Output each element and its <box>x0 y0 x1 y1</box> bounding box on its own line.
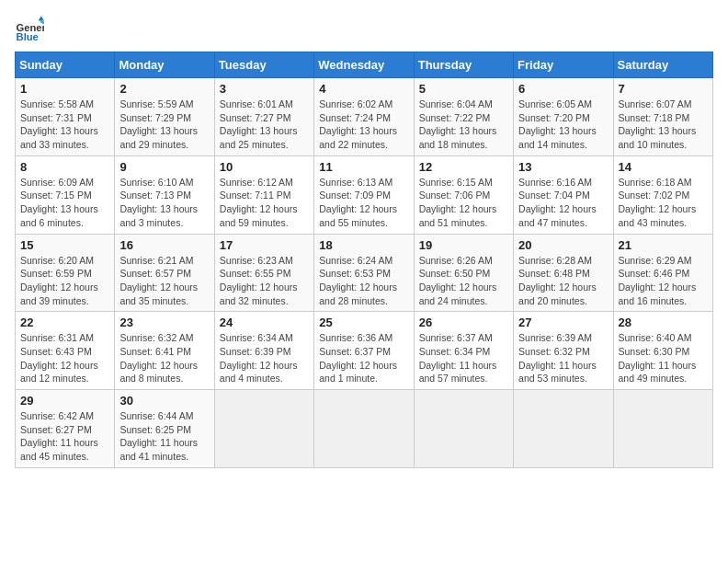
weekday-header-monday: Monday <box>115 52 214 78</box>
day-info: Sunrise: 6:18 AM Sunset: 7:02 PM Dayligh… <box>619 176 708 230</box>
day-info: Sunrise: 6:23 AM Sunset: 6:55 PM Dayligh… <box>220 254 309 308</box>
day-info: Sunrise: 6:16 AM Sunset: 7:04 PM Dayligh… <box>518 176 608 230</box>
day-number: 4 <box>319 82 408 96</box>
calendar-cell: 18Sunrise: 6:24 AM Sunset: 6:53 PM Dayli… <box>314 234 414 312</box>
svg-text:Blue: Blue <box>17 31 39 42</box>
day-number: 11 <box>319 160 408 174</box>
page-header: General Blue <box>15 15 713 44</box>
day-number: 21 <box>619 238 708 252</box>
day-info: Sunrise: 6:15 AM Sunset: 7:06 PM Dayligh… <box>419 176 508 230</box>
weekday-header-tuesday: Tuesday <box>214 52 313 78</box>
calendar-week-1: 1Sunrise: 5:58 AM Sunset: 7:31 PM Daylig… <box>16 78 713 156</box>
calendar-cell: 13Sunrise: 6:16 AM Sunset: 7:04 PM Dayli… <box>514 155 613 234</box>
day-number: 16 <box>119 238 209 252</box>
day-number: 18 <box>319 238 408 252</box>
day-info: Sunrise: 6:26 AM Sunset: 6:50 PM Dayligh… <box>419 254 508 308</box>
calendar-cell: 3Sunrise: 6:01 AM Sunset: 7:27 PM Daylig… <box>214 78 313 156</box>
day-number: 2 <box>119 82 209 96</box>
calendar-week-4: 22Sunrise: 6:31 AM Sunset: 6:43 PM Dayli… <box>16 312 713 390</box>
day-number: 14 <box>619 160 708 174</box>
calendar-header-row: SundayMondayTuesdayWednesdayThursdayFrid… <box>16 52 713 78</box>
calendar-cell: 25Sunrise: 6:36 AM Sunset: 6:37 PM Dayli… <box>314 312 414 390</box>
weekday-header-thursday: Thursday <box>414 52 513 78</box>
day-info: Sunrise: 6:09 AM Sunset: 7:15 PM Dayligh… <box>20 176 109 230</box>
day-info: Sunrise: 6:20 AM Sunset: 6:59 PM Dayligh… <box>20 254 109 308</box>
calendar-cell: 8Sunrise: 6:09 AM Sunset: 7:15 PM Daylig… <box>16 155 115 234</box>
calendar-cell <box>613 390 712 468</box>
day-number: 17 <box>220 238 309 252</box>
day-info: Sunrise: 6:12 AM Sunset: 7:11 PM Dayligh… <box>220 176 309 230</box>
day-number: 25 <box>319 316 408 329</box>
day-info: Sunrise: 6:29 AM Sunset: 6:46 PM Dayligh… <box>619 254 708 308</box>
calendar-cell: 10Sunrise: 6:12 AM Sunset: 7:11 PM Dayli… <box>214 155 313 234</box>
calendar-week-3: 15Sunrise: 6:20 AM Sunset: 6:59 PM Dayli… <box>16 234 713 312</box>
day-number: 29 <box>20 394 109 408</box>
calendar-cell: 16Sunrise: 6:21 AM Sunset: 6:57 PM Dayli… <box>115 234 214 312</box>
calendar-cell: 19Sunrise: 6:26 AM Sunset: 6:50 PM Dayli… <box>414 234 513 312</box>
calendar-cell: 23Sunrise: 6:32 AM Sunset: 6:41 PM Dayli… <box>115 312 214 390</box>
day-info: Sunrise: 6:04 AM Sunset: 7:22 PM Dayligh… <box>419 98 508 152</box>
day-info: Sunrise: 6:42 AM Sunset: 6:27 PM Dayligh… <box>20 409 109 464</box>
day-info: Sunrise: 6:36 AM Sunset: 6:37 PM Dayligh… <box>319 331 408 385</box>
day-info: Sunrise: 6:32 AM Sunset: 6:41 PM Dayligh… <box>119 331 209 385</box>
calendar-cell: 5Sunrise: 6:04 AM Sunset: 7:22 PM Daylig… <box>414 78 513 156</box>
calendar-cell <box>214 390 313 468</box>
day-number: 26 <box>419 316 508 329</box>
day-info: Sunrise: 6:44 AM Sunset: 6:25 PM Dayligh… <box>119 409 209 464</box>
calendar-cell <box>414 390 513 468</box>
day-number: 8 <box>20 160 109 174</box>
day-info: Sunrise: 5:58 AM Sunset: 7:31 PM Dayligh… <box>20 98 109 152</box>
calendar-cell: 7Sunrise: 6:07 AM Sunset: 7:18 PM Daylig… <box>613 78 712 156</box>
day-number: 5 <box>419 82 508 96</box>
day-info: Sunrise: 6:10 AM Sunset: 7:13 PM Dayligh… <box>119 176 209 230</box>
day-number: 3 <box>220 82 309 96</box>
calendar-cell: 24Sunrise: 6:34 AM Sunset: 6:39 PM Dayli… <box>214 312 313 390</box>
day-number: 7 <box>619 82 708 96</box>
day-number: 23 <box>119 316 209 329</box>
calendar-cell: 6Sunrise: 6:05 AM Sunset: 7:20 PM Daylig… <box>514 78 613 156</box>
calendar-cell: 21Sunrise: 6:29 AM Sunset: 6:46 PM Dayli… <box>613 234 712 312</box>
day-number: 27 <box>518 316 608 329</box>
day-number: 15 <box>20 238 109 252</box>
weekday-header-saturday: Saturday <box>613 52 712 78</box>
calendar-cell: 11Sunrise: 6:13 AM Sunset: 7:09 PM Dayli… <box>314 155 414 234</box>
day-number: 24 <box>220 316 309 329</box>
calendar-cell: 28Sunrise: 6:40 AM Sunset: 6:30 PM Dayli… <box>613 312 712 390</box>
calendar-week-2: 8Sunrise: 6:09 AM Sunset: 7:15 PM Daylig… <box>16 155 713 234</box>
day-number: 1 <box>20 82 109 96</box>
day-number: 6 <box>518 82 608 96</box>
day-info: Sunrise: 6:31 AM Sunset: 6:43 PM Dayligh… <box>20 331 109 385</box>
calendar-cell: 2Sunrise: 5:59 AM Sunset: 7:29 PM Daylig… <box>115 78 214 156</box>
day-info: Sunrise: 5:59 AM Sunset: 7:29 PM Dayligh… <box>119 98 209 152</box>
day-number: 30 <box>119 394 209 408</box>
calendar-table: SundayMondayTuesdayWednesdayThursdayFrid… <box>15 52 713 468</box>
logo-icon: General Blue <box>15 15 44 44</box>
day-number: 12 <box>419 160 508 174</box>
day-info: Sunrise: 6:21 AM Sunset: 6:57 PM Dayligh… <box>119 254 209 308</box>
calendar-cell: 26Sunrise: 6:37 AM Sunset: 6:34 PM Dayli… <box>414 312 513 390</box>
day-number: 28 <box>619 316 708 329</box>
weekday-header-wednesday: Wednesday <box>314 52 414 78</box>
calendar-cell <box>314 390 414 468</box>
calendar-cell: 30Sunrise: 6:44 AM Sunset: 6:25 PM Dayli… <box>115 390 214 468</box>
day-number: 9 <box>119 160 209 174</box>
day-info: Sunrise: 6:07 AM Sunset: 7:18 PM Dayligh… <box>619 98 708 152</box>
calendar-cell: 9Sunrise: 6:10 AM Sunset: 7:13 PM Daylig… <box>115 155 214 234</box>
day-number: 19 <box>419 238 508 252</box>
day-info: Sunrise: 6:24 AM Sunset: 6:53 PM Dayligh… <box>319 254 408 308</box>
calendar-cell: 22Sunrise: 6:31 AM Sunset: 6:43 PM Dayli… <box>16 312 115 390</box>
calendar-cell: 14Sunrise: 6:18 AM Sunset: 7:02 PM Dayli… <box>613 155 712 234</box>
svg-marker-2 <box>39 17 44 21</box>
day-info: Sunrise: 6:28 AM Sunset: 6:48 PM Dayligh… <box>518 254 608 308</box>
calendar-cell: 1Sunrise: 5:58 AM Sunset: 7:31 PM Daylig… <box>16 78 115 156</box>
day-number: 20 <box>518 238 608 252</box>
day-info: Sunrise: 6:02 AM Sunset: 7:24 PM Dayligh… <box>319 98 408 152</box>
weekday-header-friday: Friday <box>514 52 613 78</box>
day-info: Sunrise: 6:37 AM Sunset: 6:34 PM Dayligh… <box>419 331 508 385</box>
calendar-cell: 12Sunrise: 6:15 AM Sunset: 7:06 PM Dayli… <box>414 155 513 234</box>
day-info: Sunrise: 6:05 AM Sunset: 7:20 PM Dayligh… <box>518 98 608 152</box>
calendar-cell: 15Sunrise: 6:20 AM Sunset: 6:59 PM Dayli… <box>16 234 115 312</box>
day-info: Sunrise: 6:39 AM Sunset: 6:32 PM Dayligh… <box>518 331 608 385</box>
calendar-cell <box>514 390 613 468</box>
day-number: 22 <box>20 316 109 329</box>
